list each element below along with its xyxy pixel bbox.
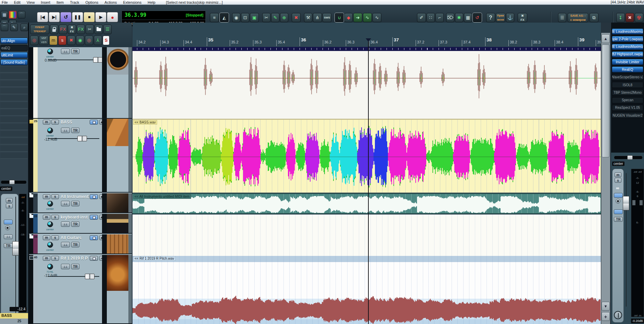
nuke-button[interactable]: ☢: [635, 13, 643, 22]
record-button[interactable]: ●: [107, 12, 118, 22]
menu-item[interactable]: File: [0, 0, 12, 4]
fx-slot[interactable]: [0, 109, 28, 116]
record-arm-button[interactable]: [5, 225, 10, 230]
fx-slot[interactable]: Invisible Limiter: [612, 59, 643, 65]
solo-button[interactable]: s: [615, 178, 621, 183]
fx-slot[interactable]: Specan: [612, 97, 643, 103]
menu-item[interactable]: Extensions: [121, 0, 146, 4]
fx-slot[interactable]: TBP Stereo2Mono: [612, 89, 643, 95]
solo-all-button[interactable]: s: [58, 36, 66, 45]
fx-offline-button[interactable]: ✖FX: [518, 13, 527, 22]
fx-slot[interactable]: ISOL8: [612, 82, 643, 88]
delete-project-button[interactable]: ✖: [626, 13, 634, 22]
fx-slot[interactable]: [0, 81, 28, 87]
menu-item[interactable]: Item: [55, 0, 68, 4]
fx-visible-button[interactable]: FX: [77, 25, 85, 34]
folder-tracks-button[interactable]: [94, 25, 103, 34]
fx-slot[interactable]: uto-Align: [0, 38, 28, 44]
fx-slot[interactable]: [0, 74, 28, 80]
tr-button[interactable]: TR: [71, 128, 79, 133]
go-start-button[interactable]: |◀: [37, 12, 48, 22]
fx-slot[interactable]: ReaSpect V1.05: [612, 105, 643, 111]
paint-tool-icon[interactable]: ✎: [10, 24, 18, 31]
solo-button[interactable]: s: [51, 235, 59, 240]
drums-track-lane[interactable]: [132, 51, 601, 119]
meter-mode-button[interactable]: ⊥⊥: [61, 201, 70, 206]
unroute-button[interactable]: ✖: [67, 36, 75, 45]
fx-slot[interactable]: [0, 153, 28, 159]
fx-slot[interactable]: WaveScopeStereo v2: [612, 74, 643, 80]
arrange-view[interactable]: 34.234.334.43535.235.335.43636.236.336.4…: [132, 23, 601, 324]
safe-solo-button[interactable]: S: [103, 36, 110, 45]
instruments-media-item[interactable]: << All Instruments untitled MIDI item: [132, 193, 601, 214]
fx-slot[interactable]: [0, 88, 28, 94]
fx-slot[interactable]: RBJ Highpass/Lowpass: [612, 51, 643, 57]
zoom-in-button[interactable]: +: [602, 312, 610, 321]
mute-button[interactable]: m: [43, 215, 50, 220]
meter-mode-button[interactable]: ⊥⊥: [61, 242, 70, 247]
ripple-one-button[interactable]: ◆: [344, 13, 353, 22]
fx-slot[interactable]: NUGEN Visualizer2: [612, 112, 643, 118]
rif-media-item[interactable]: << Rif 1 2019 R Pitch.wav: [132, 256, 601, 324]
track-name[interactable]: BASS: [61, 120, 72, 125]
mute-all-button[interactable]: m: [49, 36, 58, 45]
tr-button[interactable]: TR: [614, 217, 623, 222]
duplicate-project-button[interactable]: ⧉: [590, 13, 598, 22]
undo-history-button[interactable]: ↺: [473, 13, 482, 22]
solo-button[interactable]: s: [6, 204, 13, 208]
cleanup-button[interactable]: ⌦: [446, 13, 454, 22]
track-row[interactable]: 34 m s All Guitars ⊥⊥ TR center: [29, 234, 132, 254]
io-button[interactable]: [90, 215, 98, 220]
track-list-button[interactable]: ☰: [103, 25, 112, 34]
fader-handle[interactable]: [85, 274, 94, 279]
pan-slider[interactable]: [1, 180, 27, 184]
empty-track-lanes[interactable]: [132, 215, 601, 256]
vst-button[interactable]: VSTVSTi: [39, 36, 49, 45]
zoom-fit-button[interactable]: ⊡: [241, 13, 249, 22]
fx-slot[interactable]: [0, 117, 28, 123]
edit-cursor[interactable]: [368, 38, 369, 324]
pan-knob[interactable]: [47, 221, 53, 227]
meter-mode-button[interactable]: ⊥⊥: [4, 234, 13, 239]
screenset-button[interactable]: ▣: [250, 13, 259, 22]
tr-button[interactable]: TR: [71, 49, 79, 54]
fx-bypass-button[interactable]: ✖FX: [68, 25, 76, 34]
player-tracker-button[interactable]: ПЛЕЕРТРЕККЕР: [30, 25, 49, 34]
pan-slider[interactable]: [614, 156, 643, 159]
explode-folder-button[interactable]: ✱: [455, 13, 463, 22]
pan-handle[interactable]: [9, 180, 15, 184]
fx-slot[interactable]: [0, 102, 28, 108]
pan-knob[interactable]: [47, 128, 53, 133]
markers-button[interactable]: ⌐: [435, 13, 444, 22]
metronome-button[interactable]: ◭: [220, 13, 229, 22]
fader-handle[interactable]: [93, 57, 103, 63]
track-manager-button[interactable]: ☰: [558, 13, 566, 22]
fx-red-button[interactable]: FX: [59, 25, 67, 34]
help-button[interactable]: ?: [486, 13, 495, 22]
fx-slot[interactable]: [0, 131, 28, 137]
track-row[interactable]: 28 m s keyboard-inst ⊥⊥ TR center: [29, 214, 132, 234]
io-button[interactable]: [90, 256, 98, 261]
fx-slot[interactable]: [0, 66, 28, 73]
scrollbar-thumb[interactable]: [602, 44, 609, 157]
meter-mode-button[interactable]: ⊥⊥: [61, 49, 70, 54]
remove-track-button[interactable]: ✖: [292, 13, 301, 22]
track-visibility-button[interactable]: ◉: [232, 13, 240, 22]
monitor-button[interactable]: [614, 209, 623, 214]
tr-button[interactable]: TR: [71, 264, 79, 269]
meter-mode-button[interactable]: ⊥⊥: [61, 221, 70, 227]
mute-button[interactable]: m: [43, 256, 50, 261]
grid-settings-button[interactable]: ∷: [427, 13, 435, 22]
solo-button[interactable]: s: [51, 215, 59, 220]
fx-slot[interactable]: [0, 138, 28, 144]
fader-handle[interactable]: [77, 136, 87, 141]
io-button[interactable]: [4, 220, 13, 224]
solo-button[interactable]: s: [51, 194, 59, 199]
split-items-button[interactable]: ✂: [86, 25, 94, 34]
menu-item[interactable]: Options: [84, 0, 103, 4]
phase-icon[interactable]: [614, 311, 622, 319]
fx-slot[interactable]: [0, 95, 28, 101]
mute-button[interactable]: m: [6, 198, 13, 203]
item-display-button[interactable]: ≡: [210, 13, 219, 22]
io-button[interactable]: [614, 193, 623, 198]
